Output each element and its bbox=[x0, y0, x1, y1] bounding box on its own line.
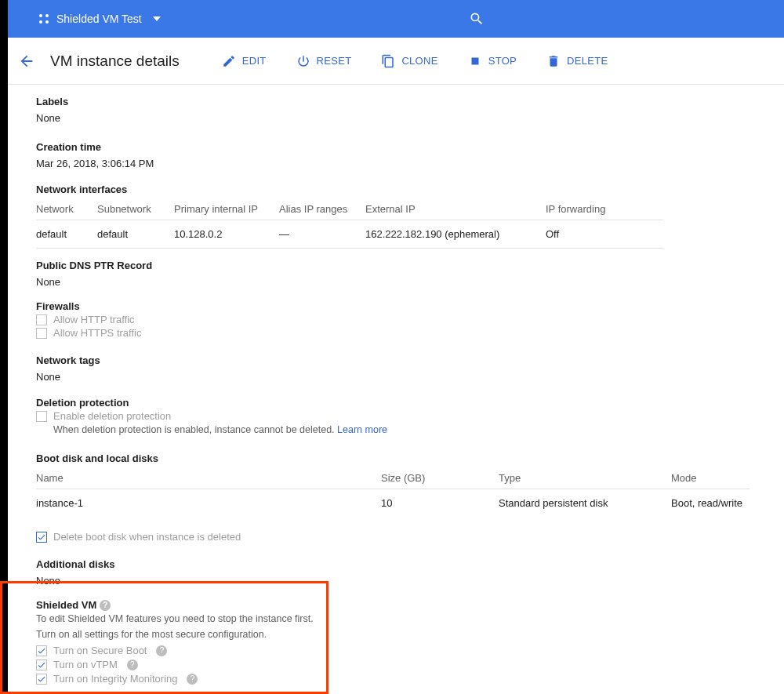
back-button[interactable] bbox=[14, 49, 39, 74]
shielded-vm-desc1: To edit Shielded VM features you need to… bbox=[36, 613, 753, 624]
creation-time-value: Mar 26, 2018, 3:06:14 PM bbox=[36, 158, 753, 169]
labels-header: Labels bbox=[36, 96, 753, 107]
delete-button[interactable]: DELETE bbox=[546, 54, 608, 68]
col-disk-mode: Mode bbox=[671, 467, 750, 489]
cell-ip-forwarding: Off bbox=[546, 220, 663, 249]
svg-point-0 bbox=[39, 14, 42, 17]
delete-boot-disk-row[interactable]: Delete boot disk when instance is delete… bbox=[36, 531, 753, 543]
creation-time-header: Creation time bbox=[36, 141, 753, 153]
checkbox-checked-icon bbox=[36, 659, 47, 670]
additional-disks-header: Additional disks bbox=[36, 558, 753, 570]
delete-boot-disk-label: Delete boot disk when instance is delete… bbox=[53, 531, 241, 543]
col-disk-name: Name bbox=[36, 467, 381, 489]
deletion-protection-header: Deletion protection bbox=[36, 397, 753, 409]
network-interfaces-header: Network interfaces bbox=[36, 183, 753, 195]
network-interface-row: default default 10.128.0.2 — 162.222.182… bbox=[36, 220, 663, 249]
left-edge-strip bbox=[0, 0, 8, 685]
help-icon[interactable]: ? bbox=[187, 674, 198, 685]
checkbox-checked-icon bbox=[36, 532, 47, 543]
search-button[interactable] bbox=[464, 6, 489, 31]
caret-down-icon bbox=[153, 15, 161, 23]
cell-disk-size: 10 bbox=[381, 489, 499, 517]
additional-disks-value: None bbox=[36, 575, 753, 587]
network-tags-header: Network tags bbox=[36, 354, 753, 366]
firewalls-header: Firewalls bbox=[36, 300, 753, 312]
allow-https-label: Allow HTTPS traffic bbox=[53, 327, 141, 339]
power-icon bbox=[296, 54, 310, 68]
pencil-icon bbox=[222, 54, 236, 68]
stop-icon bbox=[468, 54, 482, 68]
col-external-ip: External IP bbox=[365, 198, 546, 220]
checkbox-unchecked-icon bbox=[36, 314, 47, 325]
checkbox-unchecked-icon bbox=[36, 328, 47, 339]
checkbox-checked-icon bbox=[36, 645, 47, 656]
secure-boot-label: Turn on Secure Boot bbox=[53, 645, 147, 656]
delete-label: DELETE bbox=[567, 55, 608, 67]
shielded-vm-section: Shielded VM ? To edit Shielded VM featur… bbox=[36, 599, 753, 685]
topbar: Shielded VM Test bbox=[0, 0, 784, 38]
col-subnetwork: Subnetwork bbox=[97, 198, 174, 220]
edit-button[interactable]: EDIT bbox=[222, 54, 267, 68]
boot-disks-header: Boot disk and local disks bbox=[36, 452, 753, 464]
clone-button[interactable]: CLONE bbox=[381, 54, 437, 68]
allow-http-checkbox-row[interactable]: Allow HTTP traffic bbox=[36, 314, 753, 325]
cell-primary-internal-ip: 10.128.0.2 bbox=[174, 220, 279, 249]
enable-deletion-protection-label: Enable deletion protection bbox=[53, 410, 171, 422]
stop-button[interactable]: STOP bbox=[468, 54, 517, 68]
allow-http-label: Allow HTTP traffic bbox=[53, 314, 135, 325]
svg-point-2 bbox=[39, 20, 42, 24]
integrity-monitoring-label: Turn on Integrity Monitoring bbox=[53, 673, 177, 685]
col-primary-internal-ip: Primary internal IP bbox=[174, 198, 279, 220]
col-disk-type: Type bbox=[499, 467, 671, 489]
integrity-monitoring-row[interactable]: Turn on Integrity Monitoring ? bbox=[36, 673, 753, 685]
col-alias-ip-ranges: Alias IP ranges bbox=[279, 198, 365, 220]
arrow-back-icon bbox=[18, 53, 35, 70]
cell-network: default bbox=[36, 220, 97, 249]
col-network: Network bbox=[36, 198, 97, 220]
help-icon[interactable]: ? bbox=[100, 600, 111, 611]
edit-label: EDIT bbox=[242, 55, 267, 67]
vtpm-label: Turn on vTPM bbox=[53, 659, 118, 670]
shielded-vm-desc2: Turn on all settings for the most secure… bbox=[36, 629, 753, 640]
cell-alias-ip-ranges: — bbox=[279, 220, 365, 249]
boot-disks-table: Name Size (GB) Type Mode instance-1 10 S… bbox=[36, 467, 750, 517]
svg-point-1 bbox=[45, 14, 49, 17]
cell-external-ip: 162.222.182.190 (ephemeral) bbox=[365, 220, 546, 249]
clone-label: CLONE bbox=[401, 55, 437, 67]
reset-label: RESET bbox=[317, 55, 352, 67]
project-selector[interactable]: Shielded VM Test bbox=[38, 13, 161, 25]
col-ip-forwarding: IP forwarding bbox=[546, 198, 663, 220]
public-dns-header: Public DNS PTR Record bbox=[36, 260, 753, 271]
trash-icon bbox=[546, 54, 561, 68]
search-icon bbox=[469, 11, 485, 27]
clone-icon bbox=[381, 54, 395, 68]
svg-point-3 bbox=[45, 20, 49, 24]
actionbar: VM instance details EDIT RESET CLONE STO… bbox=[0, 38, 784, 85]
allow-https-checkbox-row[interactable]: Allow HTTPS traffic bbox=[36, 327, 753, 339]
shielded-vm-header: Shielded VM ? bbox=[36, 599, 753, 611]
cell-disk-mode: Boot, read/write bbox=[671, 489, 750, 517]
cell-subnetwork: default bbox=[97, 220, 174, 249]
network-tags-value: None bbox=[36, 371, 753, 383]
project-name: Shielded VM Test bbox=[56, 13, 142, 25]
reset-button[interactable]: RESET bbox=[296, 54, 352, 68]
help-icon[interactable]: ? bbox=[156, 645, 167, 656]
checkbox-checked-icon bbox=[36, 674, 47, 685]
enable-deletion-protection-row[interactable]: Enable deletion protection bbox=[36, 410, 753, 422]
public-dns-value: None bbox=[36, 276, 753, 288]
stop-label: STOP bbox=[488, 55, 517, 67]
deletion-protection-help: When deletion protection is enabled, ins… bbox=[53, 424, 753, 435]
checkbox-unchecked-icon bbox=[36, 411, 47, 422]
content: Labels None Creation time Mar 26, 2018, … bbox=[0, 85, 753, 685]
help-icon[interactable]: ? bbox=[127, 659, 138, 670]
cell-disk-type: Standard persistent disk bbox=[499, 489, 671, 517]
page-title: VM instance details bbox=[50, 53, 180, 70]
project-icon bbox=[38, 13, 50, 25]
col-disk-size: Size (GB) bbox=[381, 467, 499, 489]
secure-boot-row[interactable]: Turn on Secure Boot ? bbox=[36, 645, 753, 656]
labels-value: None bbox=[36, 112, 753, 124]
network-interfaces-table: Network Subnetwork Primary internal IP A… bbox=[36, 198, 663, 249]
vtpm-row[interactable]: Turn on vTPM ? bbox=[36, 659, 753, 670]
boot-disk-row: instance-1 10 Standard persistent disk B… bbox=[36, 489, 750, 517]
learn-more-link[interactable]: Learn more bbox=[337, 424, 387, 435]
